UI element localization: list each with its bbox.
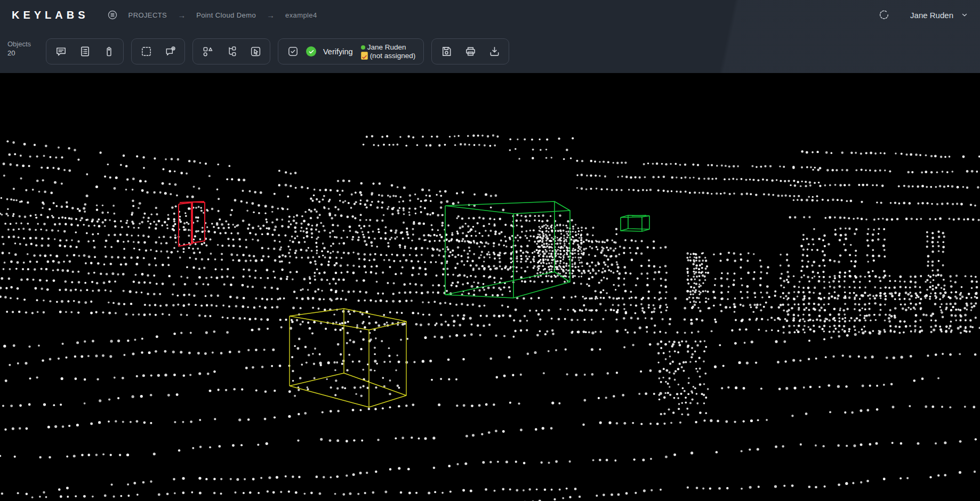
objects-label: Objects: [7, 39, 46, 49]
status-label[interactable]: Verifying: [323, 47, 353, 56]
shapes-icon[interactable]: [201, 45, 214, 58]
brand-logo: KEYLABS: [12, 9, 89, 21]
projects-list-icon: [107, 10, 118, 20]
header: KEYLABS PROJECTS → Point Cloud Demo → ex…: [0, 0, 980, 73]
user-name: Jane Ruden: [910, 11, 953, 20]
breadcrumb-arrow: →: [267, 11, 275, 20]
point-cloud-canvas[interactable]: [0, 73, 980, 501]
cursor-box-icon[interactable]: [249, 45, 262, 58]
add-comment-icon[interactable]: [164, 45, 176, 58]
top-bar: KEYLABS PROJECTS → Point Cloud Demo → ex…: [0, 0, 980, 30]
toolbar-group-status: Verifying Jane Ruden (not assig: [278, 38, 424, 64]
breadcrumb-projects[interactable]: PROJECTS: [128, 11, 167, 19]
toolbar-group-annotations: [46, 38, 124, 64]
assignee-row: Jane Ruden: [361, 43, 416, 52]
tag-icon[interactable]: [102, 45, 115, 58]
comment-icon[interactable]: [54, 45, 67, 58]
assignment-note: (not assigned): [370, 52, 416, 60]
note-icon: [361, 52, 368, 60]
chevron-down-icon: [961, 11, 968, 19]
verify-icon[interactable]: [286, 45, 299, 58]
assignee-block[interactable]: Jane Ruden (not assigned): [361, 43, 416, 60]
toolbar-group-selection: [131, 38, 185, 64]
online-dot-icon: [361, 45, 365, 50]
assignee-name: Jane Ruden: [367, 43, 406, 52]
breadcrumb-project[interactable]: Point Cloud Demo: [196, 11, 256, 19]
save-icon[interactable]: [440, 45, 453, 58]
breadcrumb-arrow: →: [178, 11, 186, 20]
objects-counter: Objects 20: [7, 38, 46, 58]
keylabs-app: KEYLABS PROJECTS → Point Cloud Demo → ex…: [0, 0, 980, 501]
checklist-icon[interactable]: [78, 45, 91, 58]
point-cloud-viewport[interactable]: [0, 73, 980, 501]
breadcrumb-task: example4: [285, 11, 317, 19]
toolbar-group-tools: [192, 38, 270, 64]
top-right-controls: Jane Ruden: [878, 9, 968, 21]
toolbar: Objects 20: [0, 30, 980, 64]
print-icon[interactable]: [464, 45, 477, 58]
download-icon[interactable]: [488, 45, 501, 58]
user-menu[interactable]: Jane Ruden: [910, 11, 968, 20]
refresh-icon[interactable]: [878, 9, 890, 21]
toolbar-group-output: [431, 38, 509, 64]
breadcrumb: PROJECTS → Point Cloud Demo → example4: [107, 10, 317, 20]
assignment-row: (not assigned): [361, 52, 416, 60]
hierarchy-icon[interactable]: [225, 45, 238, 58]
verified-badge-icon: [306, 46, 316, 56]
objects-count: 20: [7, 49, 46, 58]
select-area-icon[interactable]: [140, 45, 152, 58]
